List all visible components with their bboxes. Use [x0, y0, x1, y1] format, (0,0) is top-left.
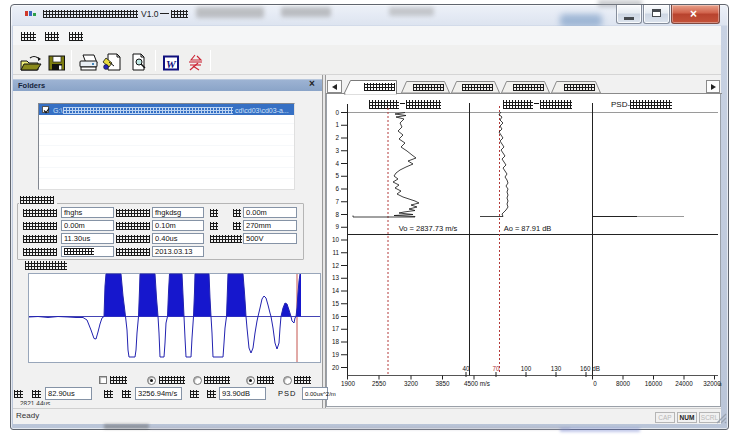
svg-text:2550: 2550: [372, 380, 387, 387]
svg-text:1900: 1900: [341, 380, 356, 387]
svg-text:11: 11: [332, 249, 339, 256]
svg-text:10: 10: [332, 236, 340, 243]
svg-text:160 dB: 160 dB: [580, 365, 600, 372]
svg-text:5: 5: [335, 172, 339, 179]
svg-text:18: 18: [332, 338, 340, 345]
svg-text:8: 8: [335, 211, 339, 218]
svg-text:u: u: [718, 381, 721, 387]
svg-text:3850: 3850: [435, 380, 450, 387]
svg-text:0: 0: [335, 109, 339, 116]
svg-text:Vo = 2837.73 m/s: Vo = 2837.73 m/s: [399, 224, 458, 233]
svg-text:70: 70: [492, 365, 500, 372]
svg-text:100: 100: [521, 365, 532, 372]
svg-text:14: 14: [332, 287, 340, 294]
svg-text:2: 2: [335, 134, 339, 141]
svg-text:0: 0: [593, 380, 597, 387]
svg-text:15: 15: [332, 300, 340, 307]
svg-text:40: 40: [462, 365, 470, 372]
svg-text:17: 17: [332, 325, 340, 332]
svg-text:13: 13: [332, 274, 340, 281]
svg-text:1: 1: [335, 121, 339, 128]
svg-text:3: 3: [335, 147, 339, 154]
svg-text:4500 m/s: 4500 m/s: [464, 380, 490, 387]
svg-text:130: 130: [551, 365, 562, 372]
svg-text:8000: 8000: [616, 380, 631, 387]
svg-text:4: 4: [335, 160, 339, 167]
svg-text:Ao = 87.91 dB: Ao = 87.91 dB: [504, 224, 552, 233]
svg-text:7: 7: [335, 198, 339, 205]
svg-text:19: 19: [332, 351, 340, 358]
svg-text:9: 9: [335, 223, 339, 230]
svg-text:6: 6: [335, 185, 339, 192]
svg-text:3200: 3200: [404, 380, 419, 387]
svg-text:20: 20: [332, 364, 340, 371]
svg-text:16: 16: [332, 313, 340, 320]
svg-text:24000: 24000: [675, 380, 693, 387]
svg-text:12: 12: [332, 262, 340, 269]
svg-text:16000: 16000: [645, 380, 663, 387]
